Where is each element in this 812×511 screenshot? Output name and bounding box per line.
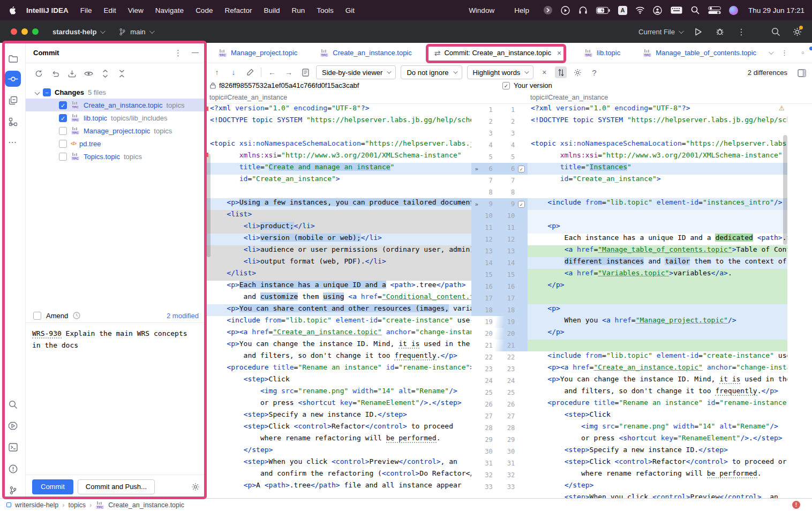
project-tool-button[interactable] (5, 50, 21, 66)
status-breadcrumb[interactable]: writerside-help (15, 501, 58, 509)
hide-panel-icon[interactable]: — (192, 48, 199, 58)
input-source-icon[interactable]: A (618, 6, 627, 15)
collapse-unchanged-icon[interactable]: × (538, 66, 550, 78)
right-code-pane[interactable]: <?xml version="1.0" encoding="UTF-8"?><!… (528, 104, 787, 498)
panel-options-icon[interactable]: ⋮ (174, 48, 182, 58)
structure-tool-button[interactable] (5, 114, 21, 130)
branch-widget[interactable]: main (130, 28, 145, 36)
synchronize-scrolling-icon[interactable] (555, 66, 567, 78)
menu-item-help[interactable]: Help (508, 6, 535, 14)
previous-difference-icon[interactable]: ↑ (211, 66, 223, 78)
tab-commit-create-an-instance-topic[interactable]: ⇄Commit: Create_an_instance.topic× (423, 43, 573, 63)
menu-item-edit[interactable]: Edit (98, 6, 122, 14)
help-icon[interactable]: ? (588, 66, 600, 78)
right-breadcrumb[interactable]: topic#Create_an_instance (530, 94, 608, 101)
error-indicator-icon[interactable]: ! (792, 501, 800, 509)
zoom-window-button[interactable] (32, 28, 39, 35)
debug-button[interactable] (715, 26, 725, 37)
close-tab-icon[interactable]: × (557, 49, 561, 57)
menu-item-refactor[interactable]: Refactor (219, 6, 258, 14)
tab-lib-topic[interactable]: TPClib.topic (573, 43, 631, 63)
file-checkbox[interactable]: ✓ (59, 114, 67, 122)
tab-create-an-instance-topic[interactable]: TPCCreate_an_instance.topic (309, 43, 423, 63)
run-configuration-widget[interactable]: Current File (638, 28, 682, 36)
menu-bar-clock[interactable]: Thu 29 Jun 17:21 (748, 6, 805, 14)
spotlight-search-icon[interactable] (690, 5, 700, 15)
refresh-icon[interactable] (32, 67, 45, 80)
next-file-icon[interactable]: → (283, 66, 295, 78)
chevron-down-icon[interactable] (35, 89, 40, 95)
left-scrollbar-thumb[interactable] (207, 154, 210, 257)
menu-item-tools[interactable]: Tools (311, 6, 340, 14)
menu-item-build[interactable]: Build (258, 6, 285, 14)
changed-file-row[interactable]: ✓TPClib.topictopics/lib_includes (26, 111, 206, 124)
user-circle-icon[interactable] (653, 5, 663, 15)
expand-all-icon[interactable] (99, 67, 111, 80)
menu-item-intellij-idea[interactable]: IntelliJ IDEA (20, 6, 74, 14)
file-checkbox[interactable] (59, 140, 67, 148)
menu-item-git[interactable]: Git (340, 6, 360, 14)
siri-icon[interactable] (729, 6, 738, 15)
amend-checkbox[interactable] (33, 312, 41, 320)
play-circle-icon[interactable] (561, 5, 570, 15)
next-difference-icon[interactable]: ↓ (228, 66, 239, 78)
diff-settings-gear-icon[interactable] (572, 66, 583, 78)
run-button[interactable] (693, 26, 704, 37)
menu-item-navigate[interactable]: Navigate (149, 6, 190, 14)
minimize-window-button[interactable] (21, 28, 28, 35)
git-tool-button[interactable] (5, 482, 21, 498)
run-tool-button[interactable] (5, 418, 21, 434)
menu-item-file[interactable]: File (74, 6, 98, 14)
change-chevron-icon[interactable]: » (472, 201, 481, 208)
tab-options-icon[interactable]: ⋮ (781, 49, 788, 57)
changes-checkbox-indeterminate[interactable]: − (43, 88, 51, 96)
status-breadcrumb[interactable]: Create_an_instance.topic (108, 501, 184, 509)
modified-files-link[interactable]: 2 modified (167, 312, 199, 320)
file-checkbox[interactable] (59, 153, 67, 161)
include-change-checkbox[interactable]: ✓ (518, 201, 525, 208)
rollback-icon[interactable] (49, 67, 62, 80)
commit-button[interactable]: Commit (32, 479, 73, 494)
project-widget[interactable]: stardust-help (52, 28, 96, 36)
right-scrollbar-thumb[interactable] (783, 135, 787, 245)
wifi-icon[interactable] (635, 5, 645, 15)
menu-item-run[interactable]: Run (285, 6, 311, 14)
settings-button[interactable] (792, 26, 802, 37)
changed-file-row[interactable]: </>pd.tree (26, 137, 206, 150)
changed-file-row[interactable]: ✓TPCCreate_an_instance.topictopics (26, 99, 206, 111)
pull-requests-tool-button[interactable] (5, 92, 21, 108)
hidden-tabs-chevron-icon[interactable] (769, 49, 774, 55)
changed-file-row[interactable]: TPCManage_project.topictopics (26, 124, 206, 137)
hide-right-panel-icon[interactable] (796, 67, 808, 79)
left-breadcrumb[interactable]: topic#Create_an_instance (209, 94, 287, 101)
control-center-icon[interactable] (708, 5, 721, 15)
changes-root-row[interactable]: − Changes 5 files (26, 86, 206, 99)
battery-icon[interactable] (596, 5, 610, 15)
close-window-button[interactable] (11, 28, 17, 35)
viewer-mode-dropdown[interactable]: Side-by-side viewer (316, 65, 396, 79)
headphones-icon[interactable] (578, 5, 588, 15)
collapse-all-icon[interactable] (115, 67, 128, 80)
more-tool-windows-button[interactable]: ⋯ (5, 134, 21, 150)
window-controls[interactable] (0, 28, 48, 35)
commit-message-input[interactable]: WRS-930 Explain the main WRS concepts in… (26, 322, 206, 475)
diff-editor[interactable]: <?xml version="1.0" encoding="UTF-8"?><!… (207, 104, 812, 498)
keyboard-icon[interactable] (671, 5, 682, 15)
tab-manage-table-of-contents-topic[interactable]: TPCManage_table_of_contents.topic (631, 43, 768, 63)
whitespace-policy-dropdown[interactable]: Do not ignore (401, 65, 462, 79)
commit-and-push-button[interactable]: Commit and Push... (78, 479, 155, 494)
more-actions-button[interactable]: ⋮ (736, 26, 747, 37)
highlighting-mode-dropdown[interactable]: Highlight words (467, 65, 534, 79)
menu-item-window[interactable]: Window (463, 6, 500, 14)
your-version-checkbox[interactable]: ✓ (502, 82, 510, 89)
notifications-bell-icon[interactable] (801, 48, 812, 58)
changed-file-row[interactable]: TPCTopics.topictopics (26, 150, 206, 163)
go-to-changed-file-icon[interactable] (299, 66, 311, 78)
left-code-pane[interactable]: <?xml version="1.0" encoding="UTF-8"?><!… (207, 104, 471, 498)
search-everywhere-button[interactable] (770, 26, 781, 37)
problems-tool-button[interactable] (5, 461, 21, 477)
apple-icon[interactable] (7, 5, 17, 15)
terminal-tool-button[interactable] (5, 439, 21, 455)
jump-to-source-icon[interactable] (244, 66, 256, 78)
menu-item-code[interactable]: Code (190, 6, 219, 14)
